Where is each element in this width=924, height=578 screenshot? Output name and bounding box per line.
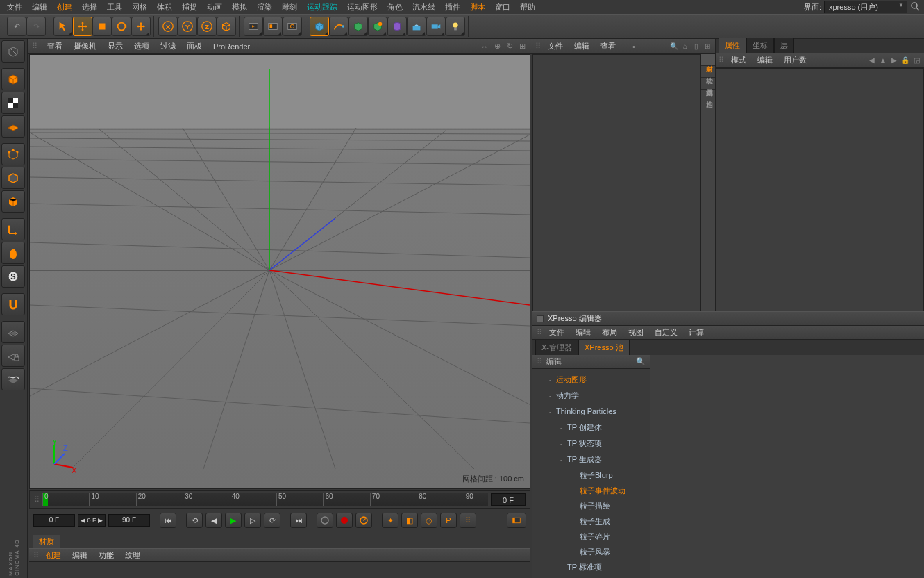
side-tab-browser[interactable]: 内置浏览器 xyxy=(701,78,715,90)
search-icon[interactable]: 🔍 xyxy=(669,42,679,51)
open-timeline-button[interactable] xyxy=(507,513,526,528)
render-view-button[interactable] xyxy=(244,17,263,36)
grip-icon[interactable]: ⠿ xyxy=(535,42,541,51)
autokey-button[interactable] xyxy=(336,513,353,528)
mat-menu-function[interactable]: 功能 xyxy=(94,549,118,562)
key-pla-button[interactable]: ⠿ xyxy=(460,513,476,528)
render-settings-button[interactable] xyxy=(283,17,302,36)
tab-xpresso-pool[interactable]: XPresso 池 xyxy=(578,340,630,355)
tree-item[interactable]: 粒子风暴 xyxy=(532,544,650,559)
perspective-viewport[interactable]: 透视视图 xyxy=(29,54,530,489)
tree-item[interactable]: -Thinking Particles xyxy=(532,404,650,420)
enable-snap-button[interactable] xyxy=(1,293,25,315)
grip-icon[interactable]: ⠿ xyxy=(537,357,542,366)
menu-animate[interactable]: 动画 xyxy=(203,1,226,14)
move-tool[interactable] xyxy=(73,17,92,36)
menu-volume[interactable]: 体积 xyxy=(153,1,176,14)
add-deformer-button[interactable] xyxy=(387,17,407,36)
frame-step-field[interactable]: ◀ 0 F ▶ xyxy=(78,514,106,527)
grip-icon[interactable]: ⠿ xyxy=(537,328,542,337)
key-scale-button[interactable]: ◧ xyxy=(401,513,418,528)
keyframe-sel-button[interactable]: ? xyxy=(355,513,372,528)
nav-up-icon[interactable]: ▲ xyxy=(878,56,888,65)
enable-axis-button[interactable] xyxy=(1,218,25,240)
timeline-current-frame[interactable]: 0 F xyxy=(491,493,526,506)
xp-menu-view[interactable]: 视图 xyxy=(624,326,648,339)
xpresso-tree-list[interactable]: -运动图形-动力学-Thinking Particles-TP 创建体-TP 状… xyxy=(532,369,650,578)
menu-window[interactable]: 窗口 xyxy=(491,1,514,14)
y-axis-button[interactable]: Y xyxy=(178,17,197,36)
start-frame-field[interactable]: 0 F xyxy=(33,514,75,527)
menu-mograph[interactable]: 运动图形 xyxy=(343,1,382,14)
tab-coords[interactable]: 坐标 xyxy=(746,38,774,53)
play-button[interactable]: ▶ xyxy=(225,513,242,528)
attribute-body[interactable] xyxy=(716,68,924,311)
path-icon[interactable]: ▯ xyxy=(691,42,701,51)
layout-dropdown[interactable]: xpresso (用户) xyxy=(824,1,907,13)
menu-help[interactable]: 帮助 xyxy=(516,1,539,14)
side-tab-objects[interactable]: 对象 xyxy=(701,54,715,66)
menu-tools[interactable]: 工具 xyxy=(103,1,126,14)
vp-menu-view[interactable]: 查看 xyxy=(43,40,67,53)
tree-item[interactable]: 粒子Blurp xyxy=(532,468,650,483)
home-icon[interactable]: ⌂ xyxy=(680,42,690,51)
locked-workplane-button[interactable] xyxy=(1,345,25,367)
rotate-tool[interactable] xyxy=(112,17,131,36)
render-pv-button[interactable] xyxy=(263,17,283,36)
search-icon[interactable] xyxy=(910,1,921,13)
tab-xmanager[interactable]: X-管理器 xyxy=(535,340,578,355)
menu-plugins[interactable]: 插件 xyxy=(441,1,464,14)
menu-script[interactable]: 脚本 xyxy=(466,1,489,14)
grip-icon[interactable]: ⠿ xyxy=(719,56,724,65)
record-button[interactable] xyxy=(317,513,333,528)
points-mode-button[interactable] xyxy=(1,143,25,165)
workplane-mode-button[interactable] xyxy=(1,115,25,138)
prev-frame-button[interactable]: ◀ xyxy=(205,513,222,528)
xp-menu-calc[interactable]: 计算 xyxy=(684,326,708,339)
timeline-track[interactable]: 0 10 20 30 40 50 60 70 80 90 xyxy=(42,493,488,506)
menu-sculpt[interactable]: 雕刻 xyxy=(278,1,301,14)
attr-menu-userdata[interactable]: 用户数 xyxy=(780,53,811,67)
vp-menu-display[interactable]: 显示 xyxy=(103,40,127,53)
vp-menu-prorender[interactable]: ProRender xyxy=(209,41,254,52)
mat-menu-edit[interactable]: 编辑 xyxy=(68,549,92,562)
undo-button[interactable]: ↶ xyxy=(7,17,26,36)
attr-menu-edit[interactable]: 编辑 xyxy=(753,53,777,67)
menu-mesh[interactable]: 网格 xyxy=(128,1,151,14)
key-pos-button[interactable]: ✦ xyxy=(382,513,398,528)
tree-item[interactable]: 粒子生成 xyxy=(532,513,650,529)
key-rot-button[interactable]: ◎ xyxy=(421,513,437,528)
flat-icon[interactable]: ⊞ xyxy=(703,42,712,51)
menu-render[interactable]: 渲染 xyxy=(253,1,276,14)
menu-character[interactable]: 角色 xyxy=(383,1,407,14)
menu-create[interactable]: 创建 xyxy=(53,1,76,14)
lock-icon[interactable]: 🔒 xyxy=(900,56,910,65)
tweak-mode-button[interactable] xyxy=(1,242,25,264)
vp-nav3-icon[interactable]: ↻ xyxy=(504,41,515,52)
goto-start-button[interactable]: ⏮ xyxy=(160,513,176,528)
tree-item[interactable]: 粒子事件波动 xyxy=(532,483,650,498)
xp-tree-menu-edit[interactable]: 编辑 xyxy=(546,356,562,367)
z-axis-button[interactable]: Z xyxy=(197,17,217,36)
grip-icon[interactable]: ⠿ xyxy=(33,551,39,560)
vp-nav1-icon[interactable]: ↔ xyxy=(479,41,490,52)
nav-fwd-icon[interactable]: ▶ xyxy=(889,56,899,65)
model-mode-button[interactable] xyxy=(1,68,25,90)
next-key-button[interactable]: ⟳ xyxy=(264,513,280,528)
obj-menu-view[interactable]: 查看 xyxy=(596,40,620,53)
add-cube-button[interactable] xyxy=(310,17,329,36)
vp-nav2-icon[interactable]: ⊕ xyxy=(492,41,503,52)
xpresso-canvas[interactable] xyxy=(650,355,924,578)
texture-mode-button[interactable] xyxy=(1,92,25,114)
polygons-mode-button[interactable] xyxy=(1,190,25,213)
obj-menu-file[interactable]: 文件 xyxy=(544,40,567,53)
coord-system-button[interactable] xyxy=(217,17,236,36)
prev-key-button[interactable]: ⟲ xyxy=(186,513,203,528)
live-select-tool[interactable] xyxy=(53,17,73,36)
menu-simulate[interactable]: 模拟 xyxy=(228,1,251,14)
grip-icon[interactable]: ⠿ xyxy=(32,42,37,51)
next-frame-button[interactable]: ▷ xyxy=(244,513,261,528)
material-tab[interactable]: 材质 xyxy=(33,535,60,548)
menu-snap[interactable]: 捕捉 xyxy=(178,1,201,14)
menu-pipeline[interactable]: 流水线 xyxy=(408,1,439,14)
